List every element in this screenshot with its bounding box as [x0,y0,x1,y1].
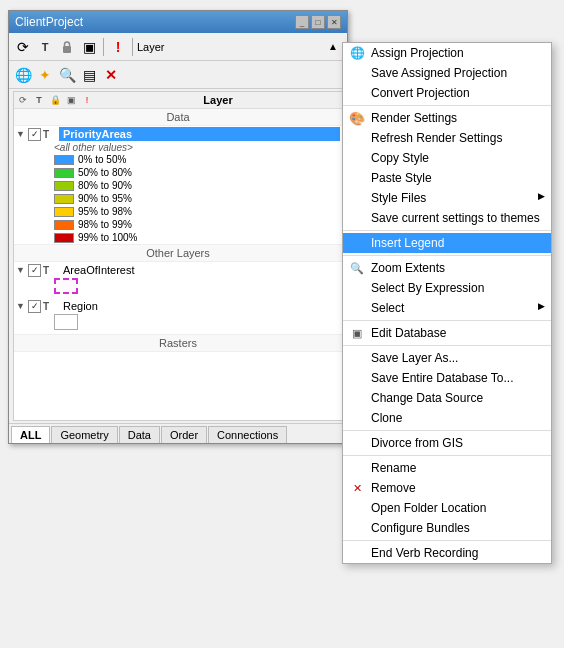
menu-select[interactable]: Select [343,298,551,318]
menu-rename[interactable]: Rename [343,458,551,478]
menu-remove[interactable]: ✕ Remove [343,478,551,498]
divider-8 [343,540,551,541]
layer-label: Layer [137,41,165,53]
header-excl-icon[interactable]: ! [80,93,94,107]
window-controls: _ □ ✕ [295,15,341,29]
menu-end-verb-recording-label: End Verb Recording [371,546,478,560]
divider-4 [343,320,551,321]
area-of-interest-row[interactable]: ▼ T AreaOfInterest [14,262,342,278]
menu-assign-projection[interactable]: 🌐 Assign Projection [343,43,551,63]
menu-save-entire-database[interactable]: Save Entire Database To... [343,368,551,388]
priority-areas-row[interactable]: ▼ T PriorityAreas [14,126,342,142]
menu-end-verb-recording[interactable]: End Verb Recording [343,543,551,563]
menu-select-label: Select [371,301,404,315]
window-title: ClientProject [15,15,83,29]
header-lock-icon[interactable]: 🔒 [48,93,62,107]
menu-render-settings[interactable]: 🎨 Render Settings [343,108,551,128]
menu-copy-style[interactable]: Copy Style [343,148,551,168]
header-grid-icon[interactable]: ▣ [64,93,78,107]
menu-configure-bundles[interactable]: Configure Bundles [343,518,551,538]
layer-column-header: Layer [96,94,340,106]
text-icon[interactable]: T [35,37,55,57]
menu-convert-projection-label: Convert Projection [371,86,470,100]
search-icon[interactable]: 🔍 [57,65,77,85]
region-name[interactable]: Region [59,299,340,313]
region-checkbox[interactable] [28,300,41,313]
legend-95-98: 95% to 98% [14,205,342,218]
layer-panel[interactable]: ⟳ T 🔒 ▣ ! Layer Data ▼ T PriorityAreas <… [13,91,343,421]
exclamation-icon[interactable]: ! [108,37,128,57]
menu-select-by-expression[interactable]: Select By Expression [343,278,551,298]
menu-divorce-from-gis[interactable]: Divorce from GIS [343,433,551,453]
menu-style-files-label: Style Files [371,191,426,205]
menu-convert-projection[interactable]: Convert Projection [343,83,551,103]
menu-save-layer-as-label: Save Layer As... [371,351,458,365]
menu-save-current-settings[interactable]: Save current settings to themes [343,208,551,228]
globe-icon[interactable]: 🌐 [13,65,33,85]
menu-rename-label: Rename [371,461,416,475]
legend-label-90-95: 90% to 95% [78,193,132,204]
aoi-checkbox[interactable] [28,264,41,277]
star-icon[interactable]: ✦ [35,65,55,85]
lock-icon[interactable] [57,37,77,57]
menu-clone[interactable]: Clone [343,408,551,428]
tab-geometry[interactable]: Geometry [51,426,117,443]
region-toggle[interactable]: ▼ [16,301,28,311]
menu-configure-bundles-label: Configure Bundles [371,521,470,535]
menu-save-layer-as[interactable]: Save Layer As... [343,348,551,368]
divider-1 [343,105,551,106]
layers-icon[interactable]: ▤ [79,65,99,85]
tab-order[interactable]: Order [161,426,207,443]
priority-areas-toggle[interactable]: ▼ [16,129,28,139]
rotate-icon[interactable]: ⟳ [13,37,33,57]
region-row[interactable]: ▼ T Region [14,298,342,314]
legend-color-95-98 [54,207,74,217]
region-legend-symbol [54,314,78,330]
menu-refresh-render-settings[interactable]: Refresh Render Settings [343,128,551,148]
menu-copy-style-label: Copy Style [371,151,429,165]
menu-change-data-source-label: Change Data Source [371,391,483,405]
menu-zoom-extents-label: Zoom Extents [371,261,445,275]
priority-areas-checkbox[interactable] [28,128,41,141]
legend-color-98-99 [54,220,74,230]
menu-assign-projection-label: Assign Projection [371,46,464,60]
menu-save-assigned-projection[interactable]: Save Assigned Projection [343,63,551,83]
remove-icon[interactable]: ✕ [101,65,121,85]
close-button[interactable]: ✕ [327,15,341,29]
menu-edit-database-label: Edit Database [371,326,446,340]
minimize-button[interactable]: _ [295,15,309,29]
menu-remove-label: Remove [371,481,416,495]
remove-menu-icon: ✕ [349,480,365,496]
main-window: ClientProject _ □ ✕ ⟳ T ▣ ! Layer ▲ 🌐 ✦ … [8,10,348,444]
menu-open-folder-location[interactable]: Open Folder Location [343,498,551,518]
scroll-up-icon[interactable]: ▲ [323,37,343,57]
menu-style-files[interactable]: Style Files [343,188,551,208]
tab-connections[interactable]: Connections [208,426,287,443]
header-rotate-icon[interactable]: ⟳ [16,93,30,107]
tab-all[interactable]: ALL [11,426,50,443]
header-text-icon[interactable]: T [32,93,46,107]
separator-2 [132,38,133,56]
menu-change-data-source[interactable]: Change Data Source [343,388,551,408]
legend-color-80-90 [54,181,74,191]
menu-insert-legend[interactable]: Insert Legend [343,233,551,253]
svg-rect-0 [63,46,71,53]
aoi-toggle[interactable]: ▼ [16,265,28,275]
tab-data[interactable]: Data [119,426,160,443]
menu-edit-database[interactable]: ▣ Edit Database [343,323,551,343]
restore-button[interactable]: □ [311,15,325,29]
grid-icon[interactable]: ▣ [79,37,99,57]
legend-98-99: 98% to 99% [14,218,342,231]
menu-open-folder-location-label: Open Folder Location [371,501,486,515]
priority-areas-name[interactable]: PriorityAreas [59,127,340,141]
priority-areas-type: T [43,129,57,140]
toolbar-row-2: 🌐 ✦ 🔍 ▤ ✕ [9,61,347,89]
menu-refresh-render-settings-label: Refresh Render Settings [371,131,502,145]
aoi-name[interactable]: AreaOfInterest [59,263,340,277]
legend-label-80-90: 80% to 90% [78,180,132,191]
menu-zoom-extents[interactable]: 🔍 Zoom Extents [343,258,551,278]
legend-0-50: 0% to 50% [14,153,342,166]
globe-menu-icon: 🌐 [349,45,365,61]
all-other-values: <all other values> [14,142,342,153]
menu-paste-style[interactable]: Paste Style [343,168,551,188]
